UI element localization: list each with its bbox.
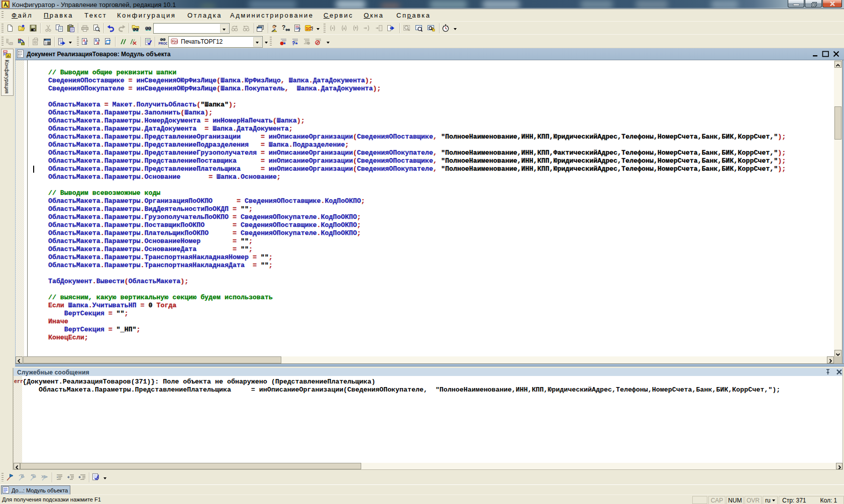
svg-text:F(x): F(x) [172, 40, 178, 44]
svg-text:PROC: PROC [159, 42, 168, 45]
svg-text:?: ? [282, 24, 285, 31]
svg-text:А: А [96, 41, 99, 45]
svg-text:?: ? [297, 27, 300, 33]
svg-text:?: ? [292, 41, 295, 46]
svg-text:Б: Б [84, 41, 87, 45]
svg-text:?: ? [310, 26, 313, 32]
